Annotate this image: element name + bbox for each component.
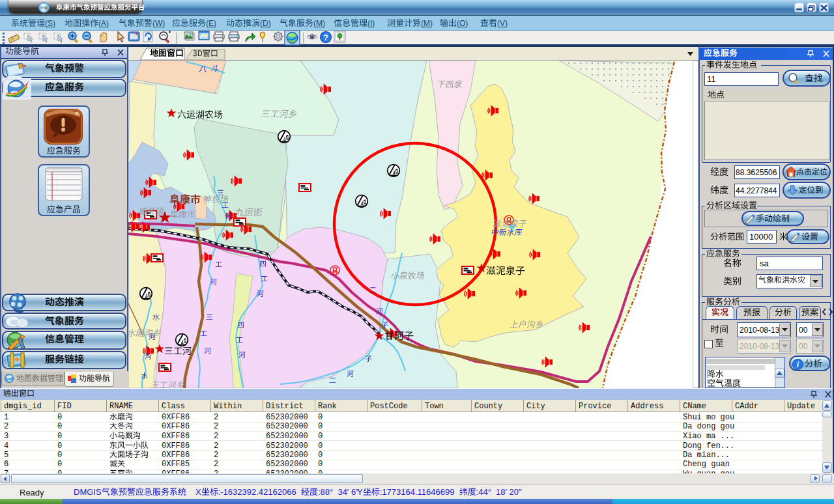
svg-text:?: ? (323, 33, 328, 42)
